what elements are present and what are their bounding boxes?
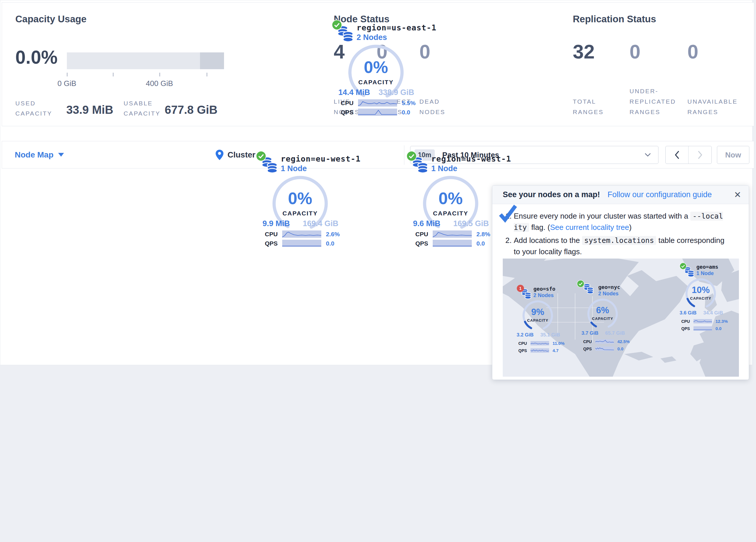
total-ranges-value: 32 — [573, 40, 619, 63]
under-replicated-stat: 0 UNDER-REPLICATED RANGES — [630, 40, 689, 117]
region-nodes-link[interactable]: 1 Node — [281, 164, 307, 173]
capacity-label: CAPACITY — [265, 210, 335, 217]
healthy-check-icon — [406, 151, 417, 161]
chevron-right-icon — [697, 150, 703, 159]
capacity-percent: 9% — [519, 307, 557, 317]
world-minimap: 1 geo=sfo 2 Nodes 9% CAPACITY 3.2 GiB 35… — [503, 258, 739, 377]
svg-text:1: 1 — [519, 286, 522, 291]
breadcrumb-label: Cluster — [227, 150, 255, 159]
setup-steps: Ensure every node in your cluster was st… — [503, 210, 727, 257]
step-text: Ensure every node in your cluster was st… — [514, 212, 690, 220]
region-nodes-link[interactable]: 2 Nodes — [357, 33, 387, 42]
close-icon[interactable]: ✕ — [734, 190, 741, 200]
cpu-label: CPU — [265, 231, 282, 238]
geo-nodes-link[interactable]: 2 Nodes — [533, 293, 554, 299]
capacity-percent: 6% — [584, 305, 621, 316]
cpu-label: CPU — [518, 341, 531, 346]
qps-value: 4.7 — [553, 348, 559, 353]
qps-label: QPS — [518, 348, 531, 353]
breadcrumb[interactable]: Cluster — [216, 141, 255, 168]
cpu-sparkline — [595, 339, 614, 344]
view-selector-dropdown[interactable]: Node Map — [15, 141, 64, 168]
cpu-sparkline — [282, 230, 321, 238]
capacity-label: CAPACITY — [341, 79, 411, 86]
geo-name: geo=nyc — [598, 284, 620, 290]
axis-tick — [113, 73, 113, 76]
used-value: 3.6 GiB — [680, 310, 697, 316]
qps-sparkline — [531, 348, 549, 353]
cpu-value: 2.6% — [326, 231, 340, 238]
cpu-sparkline — [358, 99, 397, 106]
under-replicated-label: UNDER-REPLICATED RANGES — [630, 86, 689, 117]
cpu-value: 12.3% — [715, 319, 728, 324]
axis-tick-label: 0 GiB — [57, 79, 76, 88]
axis-tick — [67, 73, 67, 76]
configuration-guide-link[interactable]: Follow our configuration guide — [608, 190, 712, 199]
cpu-sparkline — [433, 230, 472, 238]
qps-sparkline — [693, 326, 712, 331]
region-name: region=eu-west-1 — [281, 154, 361, 163]
capacity-bar-other-segment — [200, 52, 224, 69]
locality-tree-link[interactable]: See current locality tree — [550, 223, 629, 231]
region-name: region=us-west-1 — [431, 154, 511, 163]
used-capacity-label: USED CAPACITY — [15, 98, 65, 118]
cpu-value: 2.8% — [476, 231, 490, 238]
geo-nodes-link[interactable]: 2 Nodes — [598, 291, 619, 297]
map-pin-icon — [216, 150, 223, 160]
used-capacity-value: 33.9 MiB — [66, 103, 113, 116]
capacity-value: 65.7 GiB — [605, 330, 625, 336]
capacity-percent: 0% — [265, 188, 335, 208]
dead-nodes-stat: 0 DEAD NODES — [419, 40, 458, 117]
system-locations-code: system.locations — [582, 236, 656, 245]
axis-tick — [207, 73, 207, 76]
popup-title: See your nodes on a map! — [503, 190, 600, 199]
setup-step-1: Ensure every node in your cluster was st… — [514, 210, 727, 233]
healthy-check-icon — [332, 20, 342, 30]
now-button[interactable]: Now — [717, 146, 749, 164]
used-value: 14.4 MiB — [338, 88, 370, 97]
qps-label: QPS — [583, 347, 595, 351]
qps-sparkline — [595, 347, 614, 351]
geo-name: geo=sfo — [533, 286, 555, 292]
region-node-us-west-1[interactable]: region=us-west-1 1 Node 0% CAPACITY 9.6 … — [406, 149, 496, 249]
capacity-usage-title: Capacity Usage — [15, 14, 87, 25]
time-nav-buttons — [665, 146, 712, 164]
qps-value: 0.0 — [476, 240, 485, 247]
geo-nodes-link[interactable]: 1 Node — [696, 270, 714, 277]
qps-sparkline — [358, 109, 397, 116]
qps-sparkline — [282, 240, 321, 247]
healthy-check-icon — [577, 280, 584, 288]
cpu-label: CPU — [415, 231, 433, 238]
capacity-label: CAPACITY — [519, 318, 557, 323]
setup-step-2: Add locations to the system.locations ta… — [514, 235, 727, 257]
cpu-sparkline — [693, 319, 712, 324]
unavailable-ranges-value: 0 — [687, 40, 751, 63]
under-replicated-value: 0 — [630, 40, 689, 63]
region-node-us-east-1[interactable]: region=us-east-1 2 Nodes 0% CAPACITY 14.… — [331, 18, 421, 118]
view-selector-label: Node Map — [15, 150, 54, 159]
time-next-button[interactable] — [689, 146, 711, 163]
region-node-eu-west-1[interactable]: region=eu-west-1 1 Node 0% CAPACITY 9.9 … — [255, 149, 345, 249]
step-done-check-icon — [498, 203, 518, 224]
time-prev-button[interactable] — [666, 146, 689, 163]
nodes-map-config-popup: See your nodes on a map! Follow our conf… — [492, 185, 749, 380]
database-icon — [583, 283, 595, 295]
replication-status-title: Replication Status — [573, 14, 656, 25]
axis-tick — [159, 73, 160, 76]
chevron-left-icon — [674, 150, 680, 159]
cpu-label: CPU — [583, 339, 595, 344]
unavailable-ranges-stat: 0 UNAVAILABLE RANGES — [687, 40, 751, 117]
cpu-label: CPU — [681, 319, 693, 324]
cpu-value: 5.5% — [402, 100, 416, 106]
capacity-arc: 6% CAPACITY — [584, 297, 621, 330]
healthy-check-icon — [680, 262, 687, 269]
capacity-label: CAPACITY — [416, 210, 485, 217]
qps-sparkline — [433, 240, 472, 247]
chevron-down-icon — [58, 153, 64, 157]
qps-label: QPS — [681, 326, 693, 331]
step-text: ) — [629, 223, 632, 231]
usable-capacity-value: 677.8 GiB — [165, 103, 217, 116]
region-nodes-link[interactable]: 1 Node — [431, 164, 457, 173]
capacity-value: 169.5 GiB — [453, 219, 489, 228]
region-name: region=us-east-1 — [357, 23, 436, 32]
